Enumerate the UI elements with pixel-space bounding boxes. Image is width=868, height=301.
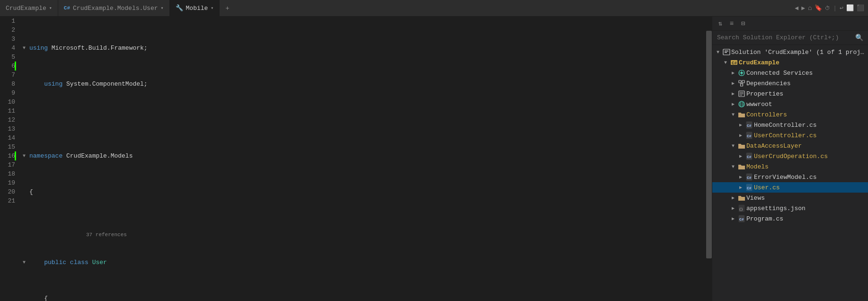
code-line: ▼ namespace CrudExample.Models <box>23 151 702 160</box>
reference-hint: 37 references <box>86 232 127 238</box>
views-label: Views <box>746 195 765 202</box>
usercontroller-node[interactable]: ▶ C# UserController.cs <box>712 130 868 141</box>
solution-label: Solution 'CrudExample' (1 of 1 project) <box>731 49 866 56</box>
sync-icon[interactable]: ⇅ <box>716 19 725 28</box>
bookmark-icon[interactable]: 🔖 <box>815 4 822 12</box>
editor-area: 1 2 3 4 5 6 7 8 9 10 11 12 13 14 15 <box>0 17 712 301</box>
search-icon: 🔍 <box>855 34 863 42</box>
globe-icon <box>738 100 745 108</box>
main-content: 1 2 3 4 5 6 7 8 9 10 11 12 13 14 15 <box>0 17 868 301</box>
solution-node[interactable]: ▼ Solution 'CrudExample' (1 of 1 project… <box>712 47 868 57</box>
editor-scrollbar[interactable] <box>706 17 712 301</box>
errorviewmodel-node[interactable]: ▶ C# ErrorViewModel.cs <box>712 172 868 182</box>
properties-node[interactable]: ▶ Properties <box>712 89 868 99</box>
solution-explorer-toolbar: ⇅ ≡ ⊟ <box>712 17 868 31</box>
cs-file-icon: C# <box>738 215 745 222</box>
collapse-icon[interactable]: ▼ <box>23 44 29 53</box>
appsettings-label: appsettings.json <box>746 205 806 212</box>
back2-icon[interactable]: ↩ <box>840 4 843 12</box>
code-line: { <box>23 187 702 196</box>
chevron-down-icon: ▼ <box>729 142 737 150</box>
svg-rect-2 <box>725 52 727 53</box>
properties-icon <box>738 90 745 97</box>
chevron-right-icon: ▶ <box>729 80 737 87</box>
solution-explorer-search: 🔍 <box>712 31 868 45</box>
add-tab-button[interactable]: ＋ <box>220 0 235 16</box>
svg-text:C#: C# <box>747 124 752 128</box>
collapse-all-icon[interactable]: ⊟ <box>739 19 747 28</box>
project-node[interactable]: ▼ C# CrudExample <box>712 57 868 68</box>
filter-icon[interactable]: ≡ <box>727 19 736 28</box>
chevron-right-icon: ▶ <box>729 215 737 222</box>
chevron-right-icon: ▶ <box>729 204 737 212</box>
tab-bar: CrudExample ▾ C# CrudExample.Models.User… <box>0 0 868 17</box>
program-node[interactable]: ▶ C# Program.cs <box>712 213 868 224</box>
svg-rect-12 <box>742 80 744 83</box>
forward-icon[interactable]: ▶ <box>801 4 805 12</box>
tab-user-cs[interactable]: C# CrudExample.Models.User ▾ <box>58 0 170 16</box>
chevron-down-icon: ▼ <box>729 163 737 170</box>
appsettings-node[interactable]: ▶ {} appsettings.json <box>712 203 868 213</box>
user-cs-node[interactable]: ▶ C# User.cs <box>712 182 868 193</box>
collapse-icon[interactable]: ▼ <box>23 151 29 160</box>
project-label: CrudExample <box>739 59 779 66</box>
usercrudop-node[interactable]: ▶ C# UserCrudOperation.cs <box>712 151 868 161</box>
chevron-right-icon: ▶ <box>737 152 744 160</box>
code-editor[interactable]: ▼ using Microsoft.Build.Framework; using… <box>19 17 706 301</box>
chevron-right-icon: ▶ <box>737 184 744 191</box>
scroll-thumb[interactable] <box>706 31 712 258</box>
split-h-icon[interactable]: ⬜ <box>846 4 854 12</box>
folder-icon <box>738 111 745 118</box>
json-file-icon: {} <box>738 204 745 212</box>
code-line: using System.ComponentModel; <box>23 80 702 89</box>
svg-rect-1 <box>725 51 728 52</box>
chevron-down-icon: ▾ <box>211 5 213 11</box>
views-node[interactable]: ▶ Views <box>712 193 868 203</box>
homecontroller-node[interactable]: ▶ C# HomeController.cs <box>712 120 868 130</box>
cs-file-icon: C# <box>745 121 753 129</box>
models-label: Models <box>746 163 769 170</box>
dataaccesslayer-label: DataAccessLayer <box>746 142 802 150</box>
models-node[interactable]: ▼ Models <box>712 161 868 172</box>
controllers-label: Controllers <box>746 111 787 118</box>
line-numbers: 1 2 3 4 5 6 7 8 9 10 11 12 13 14 15 <box>0 17 19 301</box>
chevron-right-icon: ▶ <box>737 121 744 129</box>
svg-rect-11 <box>739 80 741 83</box>
tab-mobile[interactable]: 🔧 Mobile ▾ <box>170 0 220 16</box>
tab-label: CrudExample <box>6 5 46 12</box>
wwwroot-node[interactable]: ▶ wwwroot <box>712 99 868 109</box>
cs-file-icon: C# <box>745 152 753 160</box>
chevron-right-icon: ▶ <box>729 69 737 77</box>
chevron-down-icon: ▼ <box>714 48 722 56</box>
errorviewmodel-label: ErrorViewModel.cs <box>754 174 817 181</box>
project-icon: C# <box>730 59 738 66</box>
chevron-down-icon: ▾ <box>49 5 52 11</box>
dependencies-node[interactable]: ▶ Dependencies <box>712 78 868 89</box>
search-input[interactable] <box>717 34 855 41</box>
back-icon[interactable]: ◀ <box>795 4 798 12</box>
cs-icon: C# <box>64 5 70 11</box>
tab-label: Mobile <box>186 5 208 12</box>
chevron-down-icon: ▼ <box>722 59 729 66</box>
chevron-right-icon: ▶ <box>729 100 737 108</box>
dataaccesslayer-node[interactable]: ▼ DataAccessLayer <box>712 141 868 151</box>
wwwroot-label: wwwroot <box>746 101 772 108</box>
history-icon[interactable]: ⏱ <box>825 5 830 11</box>
svg-text:C#: C# <box>739 217 744 221</box>
svg-text:C#: C# <box>747 176 752 180</box>
solution-tree: ▼ Solution 'CrudExample' (1 of 1 project… <box>712 45 868 301</box>
collapse-icon[interactable]: ▼ <box>23 258 29 267</box>
user-cs-label: User.cs <box>754 184 780 191</box>
connected-services-icon <box>738 69 745 77</box>
split-v-icon[interactable]: ⬛ <box>857 4 864 12</box>
program-label: Program.cs <box>746 215 783 222</box>
folder-icon <box>738 194 745 202</box>
chevron-down-icon: ▼ <box>729 111 737 118</box>
tab-crudexample[interactable]: CrudExample ▾ <box>0 0 58 16</box>
connected-services-node[interactable]: ▶ Connected Services <box>712 68 868 78</box>
chevron-down-icon: ▾ <box>161 5 164 11</box>
home-icon[interactable]: ⌂ <box>808 4 812 12</box>
tab-label: CrudExample.Models.User <box>73 5 158 12</box>
separator: | <box>833 5 837 12</box>
controllers-node[interactable]: ▼ Controllers <box>712 109 868 120</box>
